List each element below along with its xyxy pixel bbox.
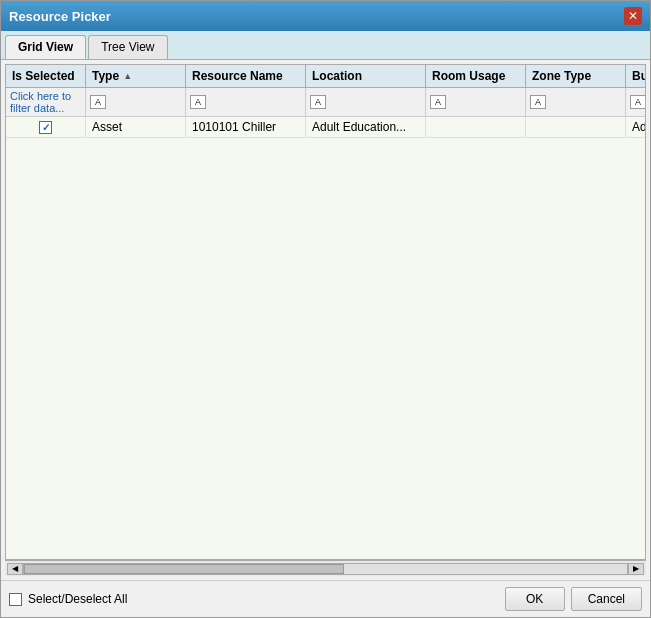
filter-cell-zone-type: A xyxy=(526,88,626,116)
tab-bar: Grid View Tree View xyxy=(1,31,650,60)
filter-icon-resource-name[interactable]: A xyxy=(190,95,206,109)
filter-cell-is-selected: Click here to filter data... xyxy=(6,88,86,116)
filter-cell-resource-name: A xyxy=(186,88,306,116)
scrollbar-thumb[interactable] xyxy=(24,564,344,574)
col-header-type: Type ▲ xyxy=(86,65,186,87)
close-button[interactable]: ✕ xyxy=(624,7,642,25)
col-header-is-selected: Is Selected xyxy=(6,65,86,87)
scroll-left-button[interactable]: ◀ xyxy=(7,563,23,575)
cell-room-usage xyxy=(426,117,526,137)
filter-cell-type: A xyxy=(86,88,186,116)
tab-grid-view[interactable]: Grid View xyxy=(5,35,86,59)
col-header-business-unit: Business Unit xyxy=(626,65,646,87)
action-buttons: OK Cancel xyxy=(505,587,642,611)
dialog-title: Resource Picker xyxy=(9,9,111,24)
cell-type: Asset xyxy=(86,117,186,137)
filter-icon-location[interactable]: A xyxy=(310,95,326,109)
filter-icon-business-unit[interactable]: A xyxy=(630,95,646,109)
filter-icon-zone-type[interactable]: A xyxy=(530,95,546,109)
col-header-location: Location xyxy=(306,65,426,87)
grid-header-row: Is Selected Type ▲ Resource Name Locatio… xyxy=(6,65,645,88)
sort-icon: ▲ xyxy=(123,71,132,81)
col-header-resource-name: Resource Name xyxy=(186,65,306,87)
cell-business-unit: Adult Education xyxy=(626,117,645,137)
select-all-area: Select/Deselect All xyxy=(9,592,127,606)
title-bar: Resource Picker ✕ xyxy=(1,1,650,31)
col-header-zone-type: Zone Type xyxy=(526,65,626,87)
grid-body: Asset 1010101 Chiller Adult Education...… xyxy=(6,117,645,559)
table-row: Asset 1010101 Chiller Adult Education...… xyxy=(6,117,645,138)
filter-link[interactable]: Click here to filter data... xyxy=(10,90,81,114)
cell-zone-type xyxy=(526,117,626,137)
filter-row: Click here to filter data... A A A A A xyxy=(6,88,645,117)
filter-icon-type[interactable]: A xyxy=(90,95,106,109)
scrollbar-track[interactable] xyxy=(23,563,628,575)
cell-resource-name: 1010101 Chiller xyxy=(186,117,306,137)
select-all-checkbox[interactable] xyxy=(9,593,22,606)
cancel-button[interactable]: Cancel xyxy=(571,587,642,611)
bottom-bar: Select/Deselect All OK Cancel xyxy=(1,580,650,617)
filter-cell-business-unit: A xyxy=(626,88,646,116)
scroll-right-button[interactable]: ▶ xyxy=(628,563,644,575)
ok-button[interactable]: OK xyxy=(505,587,565,611)
resource-picker-dialog: Resource Picker ✕ Grid View Tree View Is… xyxy=(0,0,651,618)
filter-cell-room-usage: A xyxy=(426,88,526,116)
horizontal-scrollbar: ◀ ▶ xyxy=(5,560,646,576)
cell-location: Adult Education... xyxy=(306,117,426,137)
col-header-room-usage: Room Usage xyxy=(426,65,526,87)
data-grid: Is Selected Type ▲ Resource Name Locatio… xyxy=(5,64,646,560)
row-checkbox[interactable] xyxy=(39,121,52,134)
tab-tree-view[interactable]: Tree View xyxy=(88,35,167,59)
select-all-label: Select/Deselect All xyxy=(28,592,127,606)
filter-icon-room-usage[interactable]: A xyxy=(430,95,446,109)
cell-is-selected xyxy=(6,117,86,137)
main-content: Is Selected Type ▲ Resource Name Locatio… xyxy=(1,60,650,580)
filter-cell-location: A xyxy=(306,88,426,116)
